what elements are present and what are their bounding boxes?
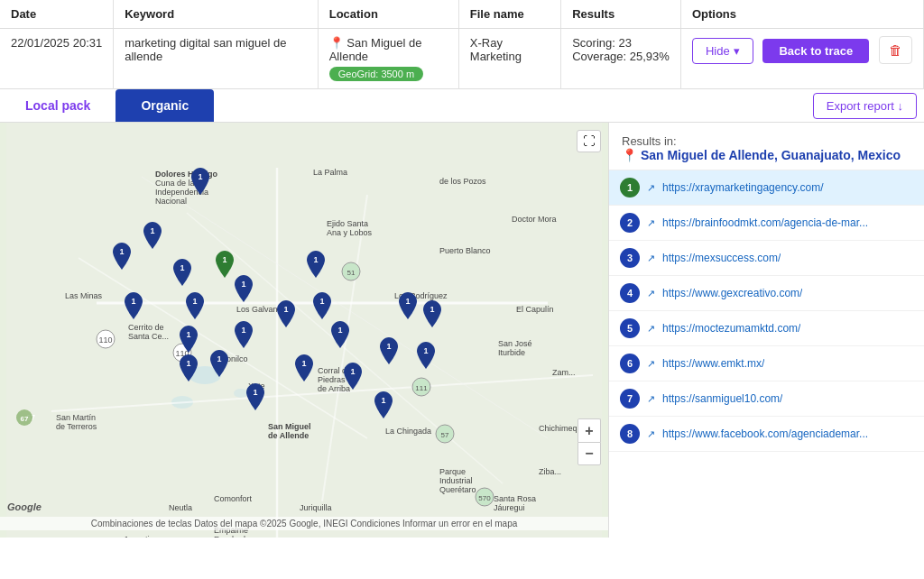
result-number: 5 bbox=[620, 318, 640, 338]
map-pin[interactable]: 1 bbox=[172, 259, 192, 289]
result-item[interactable]: 2 ↗ https://brainfoodmkt.com/agencia-de-… bbox=[609, 206, 924, 241]
map-pin[interactable]: 1 bbox=[416, 342, 436, 372]
result-item[interactable]: 1 ↗ https://xraymarketingagency.com/ bbox=[609, 170, 924, 206]
tab-organic[interactable]: Organic bbox=[116, 89, 214, 122]
export-report-button[interactable]: Export report ↓ bbox=[813, 93, 917, 119]
map-pin[interactable]: 1 bbox=[422, 300, 442, 330]
result-url[interactable]: https://www.emkt.mx/ bbox=[662, 357, 764, 370]
map-pin[interactable]: 1 bbox=[379, 337, 399, 367]
svg-text:1: 1 bbox=[180, 263, 185, 272]
map-expand-button[interactable]: ⛶ bbox=[577, 130, 601, 152]
delete-button[interactable]: 🗑 bbox=[879, 36, 912, 64]
tabs-row: Local pack Organic Export report ↓ bbox=[0, 89, 924, 123]
zoom-controls: + − bbox=[578, 418, 601, 465]
svg-text:1: 1 bbox=[350, 367, 355, 376]
map-pin[interactable]: 1 bbox=[185, 292, 205, 322]
trash-icon: 🗑 bbox=[889, 42, 902, 58]
map-pin[interactable]: 1 bbox=[306, 251, 326, 280]
result-link-icon: ↗ bbox=[647, 182, 655, 194]
col-date: Date bbox=[0, 0, 114, 29]
svg-text:1: 1 bbox=[150, 226, 154, 235]
result-item[interactable]: 8 ↗ https://www.facebook.com/agenciadema… bbox=[609, 417, 924, 452]
row-filename: X-Ray Marketing bbox=[458, 29, 560, 89]
tabs-left: Local pack Organic bbox=[0, 89, 214, 122]
result-item[interactable]: 4 ↗ https://www.gexcreativo.com/ bbox=[609, 276, 924, 311]
svg-text:1: 1 bbox=[199, 172, 203, 181]
result-url[interactable]: https://brainfoodmkt.com/agencia-de-mar.… bbox=[662, 216, 868, 229]
map-pin[interactable]: 1 bbox=[179, 354, 199, 384]
map-pin[interactable]: 1 bbox=[374, 391, 393, 421]
map-pin[interactable]: 1 bbox=[312, 292, 332, 322]
location-pin-icon: 📍 bbox=[329, 36, 344, 50]
svg-text:1: 1 bbox=[241, 326, 245, 335]
google-logo: Google bbox=[7, 501, 42, 512]
result-number: 2 bbox=[620, 213, 640, 233]
svg-text:1: 1 bbox=[405, 297, 410, 306]
map-pin[interactable]: 1 bbox=[209, 350, 229, 380]
geogrid-badge: GeoGrid: 3500 m bbox=[329, 67, 423, 81]
result-number: 4 bbox=[620, 283, 640, 303]
map-pin[interactable]: 1 bbox=[190, 168, 210, 198]
zoom-out-button[interactable]: − bbox=[578, 442, 601, 465]
svg-text:1: 1 bbox=[320, 297, 325, 306]
svg-text:1: 1 bbox=[423, 346, 428, 355]
result-item[interactable]: 3 ↗ https://mexsuccess.com/ bbox=[609, 241, 924, 276]
result-url[interactable]: https://mexsuccess.com/ bbox=[662, 252, 781, 264]
map-pin[interactable]: 1 bbox=[343, 363, 363, 392]
map-pin[interactable]: 1 bbox=[330, 321, 350, 351]
col-location: Location bbox=[318, 0, 458, 29]
results-list: 1 ↗ https://xraymarketingagency.com/ 2 ↗… bbox=[609, 170, 924, 452]
map-footer: Combinaciones de teclas Datos del mapa ©… bbox=[0, 517, 608, 530]
svg-text:1: 1 bbox=[314, 255, 319, 264]
result-url[interactable]: https://www.facebook.com/agenciademar... bbox=[662, 427, 868, 440]
coverage: Coverage: 25,93% bbox=[572, 50, 670, 63]
col-results: Results bbox=[561, 0, 681, 29]
svg-text:1: 1 bbox=[192, 297, 197, 306]
map-pin[interactable]: 1 bbox=[276, 300, 296, 330]
results-header: Results in: 📍 San Miguel de Allende, Gua… bbox=[609, 123, 924, 170]
map-pin[interactable]: 1 bbox=[398, 292, 418, 322]
svg-text:1: 1 bbox=[338, 326, 343, 335]
svg-text:1: 1 bbox=[119, 247, 124, 256]
result-url[interactable]: https://sanmiguel10.com/ bbox=[662, 392, 782, 405]
result-link-icon: ↗ bbox=[647, 358, 655, 370]
svg-text:1: 1 bbox=[217, 354, 221, 363]
result-url[interactable]: https://moctezumamktd.com/ bbox=[662, 322, 800, 335]
map-pin[interactable]: 1 bbox=[234, 321, 254, 351]
result-link-icon: ↗ bbox=[647, 393, 655, 405]
svg-text:1: 1 bbox=[254, 388, 258, 397]
result-number: 8 bbox=[620, 424, 640, 444]
result-item[interactable]: 6 ↗ https://www.emkt.mx/ bbox=[609, 346, 924, 381]
map-pin[interactable]: 1 bbox=[294, 354, 314, 384]
row-options: Hide ▾ Back to trace 🗑 bbox=[680, 29, 923, 89]
chevron-down-icon: ▾ bbox=[734, 44, 740, 58]
map-pin[interactable]: 1 bbox=[215, 251, 235, 280]
result-item[interactable]: 5 ↗ https://moctezumamktd.com/ bbox=[609, 311, 924, 346]
zoom-in-button[interactable]: + bbox=[578, 418, 601, 442]
svg-text:1: 1 bbox=[186, 330, 190, 339]
location-name: San Miguel de Allende bbox=[329, 36, 422, 63]
scoring: Scoring: 23 bbox=[572, 36, 670, 50]
back-to-trace-button[interactable]: Back to trace bbox=[762, 39, 869, 63]
map-pin[interactable]: 1 bbox=[124, 292, 143, 322]
result-link-icon: ↗ bbox=[647, 288, 655, 299]
col-keyword: Keyword bbox=[114, 0, 318, 29]
result-url[interactable]: https://xraymarketingagency.com/ bbox=[662, 181, 824, 194]
map-pin[interactable]: 1 bbox=[179, 326, 199, 355]
result-item[interactable]: 7 ↗ https://sanmiguel10.com/ bbox=[609, 381, 924, 417]
result-url[interactable]: https://www.gexcreativo.com/ bbox=[662, 287, 802, 299]
results-panel: Results in: 📍 San Miguel de Allende, Gua… bbox=[608, 123, 924, 538]
result-number: 1 bbox=[620, 178, 640, 198]
tab-local-pack[interactable]: Local pack bbox=[0, 89, 116, 122]
main-content: 110 110 Dolores Hidalgo Cuna de la Indep… bbox=[0, 123, 924, 538]
hide-button[interactable]: Hide ▾ bbox=[692, 38, 753, 64]
svg-text:1: 1 bbox=[223, 255, 227, 264]
map-pin[interactable]: 1 bbox=[143, 222, 162, 252]
map-pin[interactable]: 1 bbox=[112, 243, 132, 272]
map-pin[interactable]: 1 bbox=[234, 275, 254, 305]
svg-text:1: 1 bbox=[283, 305, 288, 314]
svg-text:1: 1 bbox=[387, 342, 392, 351]
row-results: Scoring: 23 Coverage: 25,93% bbox=[561, 29, 681, 89]
results-location: 📍 San Miguel de Allende, Guanajuato, Mex… bbox=[622, 148, 901, 162]
map-pin[interactable]: 1 bbox=[245, 383, 265, 413]
